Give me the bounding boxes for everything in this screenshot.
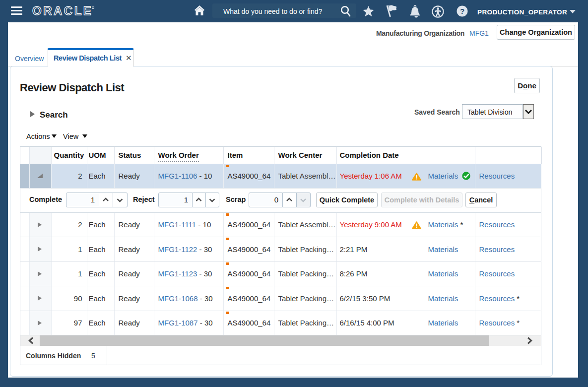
svg-text:?: ? bbox=[460, 7, 464, 15]
